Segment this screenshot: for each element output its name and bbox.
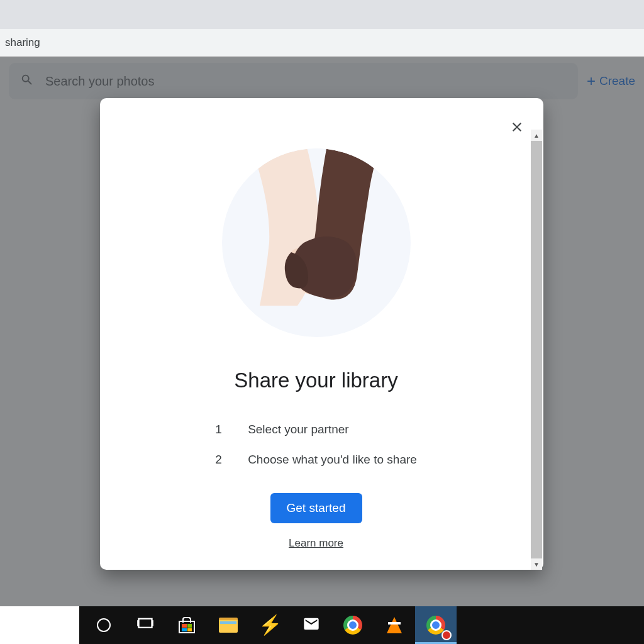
notification-badge-icon xyxy=(441,630,452,640)
taskbar-main: ⚡ xyxy=(79,606,644,644)
cortana-icon xyxy=(97,618,111,632)
taskbar-azure-app[interactable]: ⚡ xyxy=(249,606,291,644)
scroll-thumb[interactable] xyxy=(531,141,542,558)
step-number: 2 xyxy=(215,453,223,467)
lightning-icon: ⚡ xyxy=(258,616,282,635)
taskbar-chrome[interactable] xyxy=(332,606,374,644)
taskbar-chrome-active[interactable] xyxy=(415,606,457,644)
step-item: 1 Select your partner xyxy=(215,423,417,436)
taskbar-mail[interactable] xyxy=(291,606,332,644)
scroll-down-arrow-icon[interactable]: ▼ xyxy=(531,558,542,570)
close-icon xyxy=(509,126,525,136)
microsoft-store-icon xyxy=(177,617,196,633)
close-button[interactable] xyxy=(506,116,528,141)
holding-hands-illustration xyxy=(222,148,411,337)
address-bar[interactable]: sharing xyxy=(0,29,644,57)
step-item: 2 Choose what you'd like to share xyxy=(215,453,417,467)
learn-more-link[interactable]: Learn more xyxy=(289,537,343,550)
taskbar-cortana[interactable] xyxy=(83,606,125,644)
step-number: 1 xyxy=(215,423,223,436)
task-view-icon xyxy=(136,615,154,635)
browser-tabstrip xyxy=(0,0,644,29)
windows-taskbar: ⚡ xyxy=(0,606,644,644)
svg-rect-6 xyxy=(137,620,138,626)
taskbar-file-explorer[interactable] xyxy=(208,606,249,644)
modal-scrollbar[interactable]: ▲ ▼ xyxy=(531,130,542,570)
app-content: + Create xyxy=(0,57,644,606)
svg-rect-5 xyxy=(139,619,152,628)
chrome-icon xyxy=(343,616,362,635)
taskbar-vlc[interactable] xyxy=(374,606,415,644)
steps-list: 1 Select your partner 2 Choose what you'… xyxy=(215,423,417,467)
taskbar-left-gap xyxy=(0,606,79,644)
taskbar-task-view[interactable] xyxy=(125,606,166,644)
mail-icon xyxy=(303,615,320,635)
step-text: Select your partner xyxy=(248,423,349,436)
url-fragment: sharing xyxy=(5,36,40,49)
modal-title: Share your library xyxy=(234,369,397,392)
get-started-button[interactable]: Get started xyxy=(270,493,362,523)
modal-body: Share your library 1 Select your partner… xyxy=(100,98,532,550)
svg-rect-7 xyxy=(152,620,153,626)
taskbar-microsoft-store[interactable] xyxy=(166,606,208,644)
step-text: Choose what you'd like to share xyxy=(248,453,417,467)
share-library-modal: Share your library 1 Select your partner… xyxy=(100,98,543,570)
file-explorer-icon xyxy=(219,618,238,633)
vlc-icon xyxy=(387,617,402,633)
scroll-up-arrow-icon[interactable]: ▲ xyxy=(531,130,542,141)
